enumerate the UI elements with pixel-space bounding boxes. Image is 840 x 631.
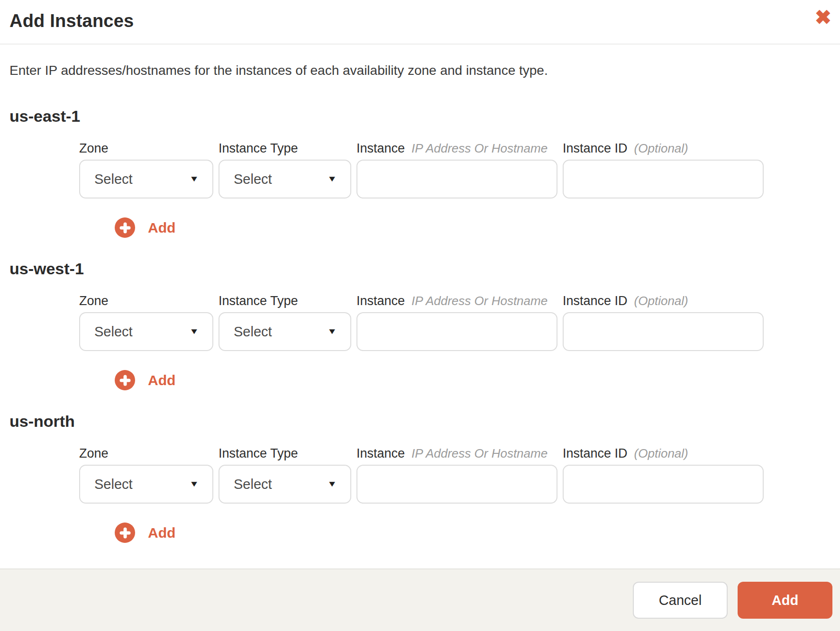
close-icon: ✖ [815,6,831,28]
zone-select[interactable]: Select ▼ [79,465,213,504]
plus-icon [115,217,135,238]
chevron-down-icon: ▼ [189,479,199,489]
chevron-down-icon: ▼ [327,174,337,184]
instance-label: Instance [356,294,405,308]
instance-id-input[interactable] [563,160,764,198]
dialog-title: Add Instances [9,10,831,31]
zone-label: Zone [79,294,109,308]
instance-type-label: Instance Type [219,294,298,308]
instance-id-label: Instance ID [563,141,628,155]
chevron-down-icon: ▼ [189,174,199,184]
availability-zone-section: us-east-1 Zone Instance Type InstanceIP … [9,107,831,238]
instance-id-input[interactable] [563,312,764,351]
add-row-label: Add [148,372,175,388]
zone-select-value: Select [94,171,133,187]
instance-type-label: Instance Type [219,446,298,460]
submit-add-button[interactable]: Add [738,582,832,619]
plus-icon [115,523,135,543]
zone-label: Zone [79,446,109,460]
zone-select-value: Select [94,477,133,492]
close-button[interactable]: ✖ [812,5,834,30]
instance-input[interactable] [356,465,557,504]
add-instance-row-button[interactable]: Add [115,523,175,543]
instance-type-label: Instance Type [219,141,298,155]
instance-type-select-value: Select [234,477,272,492]
cancel-button[interactable]: Cancel [633,582,728,619]
zone-select[interactable]: Select ▼ [79,312,213,351]
chevron-down-icon: ▼ [327,479,337,489]
plus-icon [115,370,135,390]
add-row-label: Add [148,525,175,541]
instance-hint: IP Address Or Hostname [411,446,548,460]
instance-id-label: Instance ID [563,446,628,460]
instance-label: Instance [356,141,405,155]
dialog-header: Add Instances ✖ [0,0,840,45]
zone-section-title: us-west-1 [9,260,831,278]
zone-select-value: Select [94,324,133,340]
add-row-label: Add [148,220,175,236]
instance-id-hint: (Optional) [634,141,688,155]
instance-label: Instance [356,446,405,460]
zone-section-title: us-north [9,412,831,430]
add-instance-row-button[interactable]: Add [115,217,175,238]
chevron-down-icon: ▼ [189,327,199,336]
zone-label: Zone [79,141,109,155]
instance-type-select-value: Select [234,171,272,187]
instance-type-select[interactable]: Select ▼ [219,160,351,198]
instance-id-input[interactable] [563,465,764,504]
availability-zone-section: us-north Zone Instance Type InstanceIP A… [9,412,831,543]
zone-section-title: us-east-1 [9,107,831,125]
instance-type-select-value: Select [234,324,272,340]
instance-input[interactable] [356,160,557,198]
instance-id-hint: (Optional) [634,294,688,308]
instance-hint: IP Address Or Hostname [411,141,548,155]
instance-hint: IP Address Or Hostname [411,294,548,308]
instance-id-label: Instance ID [563,294,628,308]
dialog-description: Enter IP addresses/hostnames for the ins… [9,63,831,79]
instance-type-select[interactable]: Select ▼ [219,312,351,351]
availability-zone-section: us-west-1 Zone Instance Type InstanceIP … [9,260,831,390]
dialog-body: us-east-1 Zone Instance Type InstanceIP … [0,107,840,543]
instance-type-select[interactable]: Select ▼ [219,465,351,504]
instance-input[interactable] [356,312,557,351]
add-instance-row-button[interactable]: Add [115,370,175,390]
dialog-footer: Cancel Add [0,568,840,631]
chevron-down-icon: ▼ [327,327,337,336]
zone-select[interactable]: Select ▼ [79,160,213,198]
instance-id-hint: (Optional) [634,446,688,460]
